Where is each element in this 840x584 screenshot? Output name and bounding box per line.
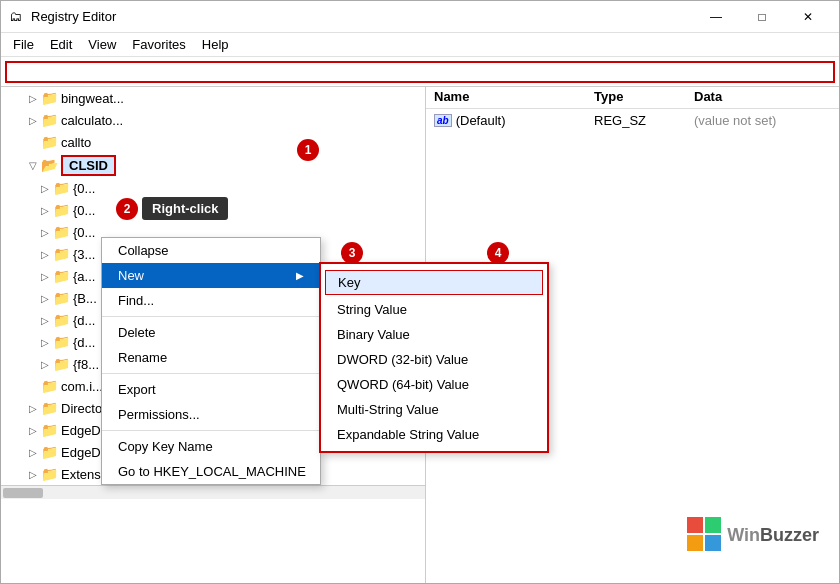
submenu-string-value[interactable]: String Value [321, 297, 547, 322]
context-menu: Collapse New ▶ Find... Delete Rename Exp… [101, 237, 321, 485]
tree-label: {d... [73, 313, 95, 328]
ctx-find[interactable]: Find... [102, 288, 320, 313]
expand-arrow: ▷ [41, 271, 53, 282]
ctx-new[interactable]: New ▶ [102, 263, 320, 288]
folder-icon: 📁 [41, 400, 57, 416]
annotation-1: 1 [297, 139, 319, 161]
tree-label: calculato... [61, 113, 123, 128]
submenu-key[interactable]: Key [325, 270, 543, 295]
clsid-label: CLSID [61, 155, 116, 176]
right-panel-header: Name Type Data [426, 87, 839, 109]
svg-rect-1 [705, 517, 721, 533]
tree-scrollbar-horizontal[interactable] [1, 485, 425, 499]
expand-arrow: ▷ [41, 293, 53, 304]
expand-arrow: ▷ [41, 227, 53, 238]
tree-label: {a... [73, 269, 95, 284]
folder-icon: 📁 [53, 312, 69, 328]
annotation-2-circle: 2 [116, 198, 138, 220]
submenu-qword-value[interactable]: QWORD (64-bit) Value [321, 372, 547, 397]
expand-arrow: ▷ [41, 359, 53, 370]
right-click-callout: 2 Right-click [116, 197, 228, 220]
folder-icon: 📁 [53, 290, 69, 306]
submenu-multistring-value[interactable]: Multi-String Value [321, 397, 547, 422]
tree-label: bingweat... [61, 91, 124, 106]
tree-label: {B... [73, 291, 97, 306]
submenu-dword-value[interactable]: DWORD (32-bit) Value [321, 347, 547, 372]
tree-item-clsid[interactable]: ▽ 📂 CLSID [1, 153, 425, 177]
ctx-arrow: ▶ [296, 270, 304, 281]
folder-icon: 📁 [53, 246, 69, 262]
registry-editor-window: 🗂 Registry Editor — □ ✕ File Edit View F… [0, 0, 840, 584]
folder-icon: 📁 [41, 134, 57, 150]
ctx-goto-hklm[interactable]: Go to HKEY_LOCAL_MACHINE [102, 459, 320, 484]
ctx-delete[interactable]: Delete [102, 320, 320, 345]
menu-edit[interactable]: Edit [42, 35, 80, 54]
right-click-label: Right-click [142, 197, 228, 220]
folder-icon: 📁 [53, 180, 69, 196]
folder-icon: 📁 [41, 112, 57, 128]
expand-arrow: ▷ [41, 337, 53, 348]
expand-arrow: ▷ [41, 183, 53, 194]
menu-favorites[interactable]: Favorites [124, 35, 193, 54]
folder-icon: 📁 [41, 466, 57, 482]
folder-icon: 📁 [53, 268, 69, 284]
folder-icon: 📁 [53, 334, 69, 350]
submenu-expandable-value[interactable]: Expandable String Value [321, 422, 547, 447]
type-cell: REG_SZ [586, 111, 686, 130]
close-button[interactable]: ✕ [785, 1, 831, 33]
annotation-4: 4 [487, 242, 509, 264]
tree-item-sub1[interactable]: ▷ 📁 {0... [1, 177, 425, 199]
expand-arrow: ▷ [29, 93, 41, 104]
watermark: WinBuzzer [687, 517, 819, 553]
maximize-button[interactable]: □ [739, 1, 785, 33]
ctx-permissions[interactable]: Permissions... [102, 402, 320, 427]
address-input[interactable]: Computer\HKEY_CURRENT_USER\Software\Clas… [5, 61, 835, 83]
svg-rect-3 [705, 535, 721, 551]
address-bar: Computer\HKEY_CURRENT_USER\Software\Clas… [1, 57, 839, 87]
menu-bar: File Edit View Favorites Help [1, 33, 839, 57]
expand-arrow: ▷ [41, 249, 53, 260]
title-bar: 🗂 Registry Editor — □ ✕ [1, 1, 839, 33]
ctx-sep3 [102, 430, 320, 431]
expand-arrow: ▷ [29, 115, 41, 126]
folder-icon: 📁 [41, 90, 57, 106]
scrollbar-thumb[interactable] [3, 488, 43, 498]
submenu-new: Key String Value Binary Value DWORD (32-… [319, 262, 549, 453]
col-name-header: Name [426, 87, 586, 108]
folder-icon: 📁 [53, 224, 69, 240]
window-controls: — □ ✕ [693, 1, 831, 33]
menu-help[interactable]: Help [194, 35, 237, 54]
expand-arrow: ▷ [41, 315, 53, 326]
tree-item-callto[interactable]: 📁 callto [1, 131, 425, 153]
tree-label: callto [61, 135, 91, 150]
expand-arrow: ▷ [41, 205, 53, 216]
registry-row-default[interactable]: ab (Default) REG_SZ (value not set) [426, 109, 839, 131]
ctx-copy-key[interactable]: Copy Key Name [102, 434, 320, 459]
name-cell: ab (Default) [426, 111, 586, 130]
folder-icon: 📁 [41, 378, 57, 394]
tree-label: {0... [73, 181, 95, 196]
ctx-sep1 [102, 316, 320, 317]
tree-item-calculato[interactable]: ▷ 📁 calculato... [1, 109, 425, 131]
col-type-header: Type [586, 87, 686, 108]
tree-label: {0... [73, 203, 95, 218]
default-label: (Default) [456, 113, 506, 128]
expand-arrow: ▽ [29, 160, 41, 171]
tree-label: {0... [73, 225, 95, 240]
ctx-collapse[interactable]: Collapse [102, 238, 320, 263]
submenu-binary-value[interactable]: Binary Value [321, 322, 547, 347]
minimize-button[interactable]: — [693, 1, 739, 33]
window-title: Registry Editor [31, 9, 693, 24]
folder-icon: 📁 [41, 422, 57, 438]
ctx-rename[interactable]: Rename [102, 345, 320, 370]
ctx-export[interactable]: Export [102, 377, 320, 402]
ctx-sep2 [102, 373, 320, 374]
folder-icon: 📁 [53, 356, 69, 372]
menu-file[interactable]: File [5, 35, 42, 54]
tree-item-bingweat[interactable]: ▷ 📁 bingweat... [1, 87, 425, 109]
folder-icon: 📁 [53, 202, 69, 218]
data-cell: (value not set) [686, 111, 839, 130]
menu-view[interactable]: View [80, 35, 124, 54]
col-data-header: Data [686, 87, 839, 108]
svg-rect-2 [687, 535, 703, 551]
